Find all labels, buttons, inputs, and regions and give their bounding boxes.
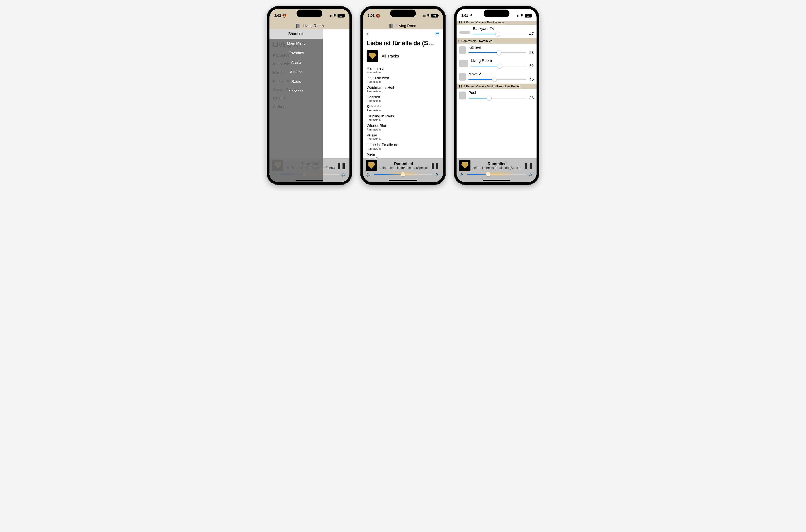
clock: 3:01 bbox=[461, 14, 468, 18]
shortcut-artists[interactable]: Artists bbox=[269, 58, 323, 67]
track-row[interactable]: Waidmanns HeilRammstein bbox=[367, 84, 439, 94]
device-volume-slider[interactable] bbox=[468, 52, 526, 53]
device-volume-slider[interactable] bbox=[468, 79, 526, 80]
cell-signal-icon: ıııl bbox=[423, 14, 426, 18]
home-indicator[interactable] bbox=[296, 180, 323, 180]
track-name: Rammlied bbox=[367, 66, 439, 71]
now-playing-subtitle: stein - Liebe ist für alle da (Special E… bbox=[472, 166, 522, 170]
shortcuts-drawer: Shortcuts Main Menu Favorites Artists Al… bbox=[269, 29, 323, 182]
dynamic-island bbox=[297, 10, 322, 17]
svg-point-4 bbox=[435, 35, 435, 35]
device-row: Backyard TV47 bbox=[456, 25, 537, 38]
silent-mode-icon: 🔕 bbox=[376, 14, 380, 18]
track-row[interactable]: B********Rammstein bbox=[367, 103, 439, 113]
room-name: Living Room bbox=[303, 24, 324, 28]
wifi-icon bbox=[333, 14, 337, 18]
home-indicator[interactable] bbox=[389, 180, 417, 180]
device-volume-value: 53 bbox=[528, 50, 534, 55]
track-name: Wiener Blut bbox=[367, 124, 439, 128]
track-row[interactable]: Ich tu dir wehRammstein bbox=[367, 75, 439, 84]
track-artist: Rammstein bbox=[367, 128, 439, 131]
now-playing-title: Rammlied bbox=[379, 162, 428, 166]
home-indicator[interactable] bbox=[483, 180, 510, 180]
zones-list: ❚❚A Perfect Circle - The PackageBackyard… bbox=[456, 19, 537, 102]
now-playing-art[interactable] bbox=[459, 160, 470, 171]
device-name: Living Room bbox=[471, 58, 534, 63]
track-name: Waidmanns Heil bbox=[367, 86, 439, 90]
track-artist: Rammstein bbox=[367, 80, 439, 83]
group-header[interactable]: ▶Rammstein - Rammlied bbox=[456, 38, 537, 43]
phone-3: 3:01 ıııl 92 ❚❚A Perfect Circle - The Pa… bbox=[454, 6, 539, 185]
now-playing-bar[interactable]: Rammlied stein - Liebe ist für alle da (… bbox=[363, 158, 443, 182]
now-playing-title: Rammlied bbox=[472, 162, 522, 166]
shortcut-radio[interactable]: Radio bbox=[269, 77, 323, 86]
track-name: Frühling in Paris bbox=[367, 114, 439, 118]
clock: 3:02 bbox=[274, 14, 281, 18]
track-artist: Rammstein bbox=[367, 90, 439, 93]
wifi-icon bbox=[520, 14, 524, 18]
speaker-icon bbox=[459, 46, 466, 54]
shortcut-favorites[interactable]: Favorites bbox=[269, 48, 323, 58]
drawer-title: Shortcuts bbox=[269, 29, 323, 39]
device-volume-value: 45 bbox=[528, 77, 534, 81]
pause-button[interactable]: ❚❚ bbox=[337, 162, 347, 169]
device-volume-slider[interactable] bbox=[468, 98, 526, 98]
pause-button[interactable]: ❚❚ bbox=[524, 162, 534, 169]
volume-slider[interactable] bbox=[374, 174, 432, 175]
track-name: Haifisch bbox=[367, 95, 439, 99]
volume-slider[interactable] bbox=[467, 174, 526, 175]
all-tracks-row[interactable]: All Tracks bbox=[363, 49, 443, 65]
dynamic-island bbox=[484, 10, 509, 17]
device-row: Pool36 bbox=[456, 89, 537, 102]
dynamic-island bbox=[390, 10, 416, 17]
now-playing-bar[interactable]: Rammlied stein - Liebe ist für alle da (… bbox=[456, 158, 537, 182]
shortcut-main-menu[interactable]: Main Menu bbox=[269, 39, 323, 48]
back-button[interactable]: ‹ bbox=[367, 31, 368, 37]
speaker-icon bbox=[459, 92, 466, 99]
track-row[interactable]: Wiener BlutRammstein bbox=[367, 122, 439, 132]
room-name: Living Room bbox=[396, 24, 417, 28]
track-artist: Rammstein bbox=[367, 109, 439, 112]
device-name: Pool bbox=[468, 91, 534, 95]
group-title: Rammstein - Rammlied bbox=[461, 39, 492, 42]
svg-point-2 bbox=[435, 33, 435, 34]
location-icon bbox=[469, 14, 472, 18]
speaker-icon bbox=[459, 73, 466, 81]
shortcut-albums[interactable]: Albums bbox=[269, 67, 323, 77]
pause-button[interactable]: ❚❚ bbox=[430, 162, 440, 169]
wifi-icon bbox=[427, 14, 430, 18]
track-row[interactable]: HaifischRammstein bbox=[367, 94, 439, 103]
device-row: Kitchen53 bbox=[456, 43, 537, 57]
track-name: B******** bbox=[367, 104, 439, 109]
volume-low-icon: 🔈 bbox=[460, 172, 465, 177]
volume-low-icon: 🔈 bbox=[366, 172, 371, 177]
track-row[interactable]: Liebe ist für alle daRammstein bbox=[367, 141, 439, 151]
queue-icon[interactable] bbox=[435, 32, 439, 37]
device-volume-value: 36 bbox=[528, 96, 534, 100]
track-row[interactable]: PussyRammstein bbox=[367, 132, 439, 141]
device-row: Move 245 bbox=[456, 70, 537, 83]
shortcut-services[interactable]: Services bbox=[269, 86, 323, 96]
track-artist: Rammstein bbox=[367, 147, 439, 150]
track-row[interactable]: Frühling in ParisRammstein bbox=[367, 113, 439, 122]
track-list: RammliedRammsteinIch tu dir wehRammstein… bbox=[363, 65, 443, 167]
cell-signal-icon: ıııl bbox=[517, 14, 519, 18]
album-title: Liebe ist für alle da (S… bbox=[363, 38, 443, 49]
battery-icon: 92 bbox=[338, 14, 345, 18]
track-name: Mehr bbox=[367, 152, 439, 156]
track-row[interactable]: RammliedRammstein bbox=[367, 65, 439, 75]
track-artist: Rammstein bbox=[367, 118, 439, 121]
silent-mode-icon: 🔕 bbox=[282, 14, 286, 18]
device-volume-slider[interactable] bbox=[473, 34, 526, 34]
device-volume-slider[interactable] bbox=[471, 66, 526, 66]
track-name: Liebe ist für alle da bbox=[367, 142, 439, 147]
track-name: Pussy bbox=[367, 133, 439, 137]
battery-icon: 92 bbox=[431, 14, 438, 18]
battery-icon: 92 bbox=[525, 14, 532, 18]
now-playing-art[interactable] bbox=[366, 160, 377, 171]
group-header[interactable]: ❚❚A Perfect Circle - Judith (Renholder R… bbox=[456, 83, 537, 89]
album-art bbox=[367, 50, 378, 62]
volume-high-icon: 🔊 bbox=[341, 172, 346, 177]
volume-high-icon: 🔊 bbox=[528, 172, 533, 177]
all-tracks-label: All Tracks bbox=[382, 54, 399, 58]
